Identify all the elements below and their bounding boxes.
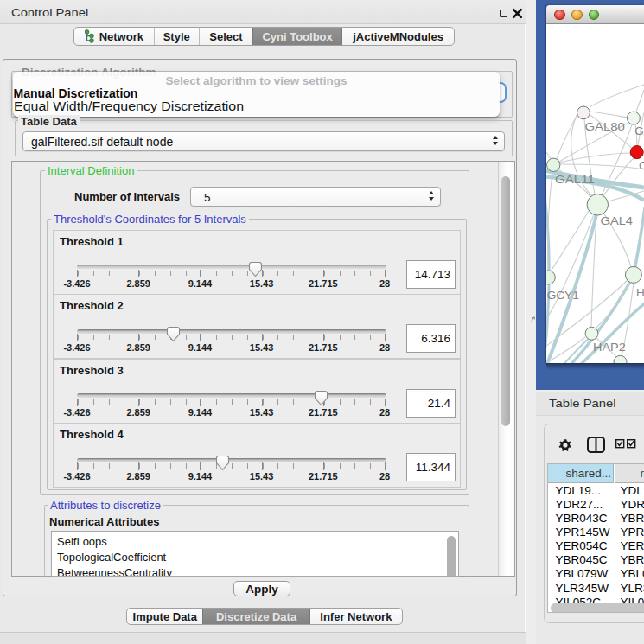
svg-text:GAL: GAL	[634, 124, 644, 137]
svg-text:CY: CY	[639, 159, 644, 172]
svg-text:GCY1: GCY1	[547, 289, 579, 302]
svg-text:HAP2: HAP2	[593, 341, 626, 354]
svg-text:H: H	[636, 286, 644, 299]
svg-text:GAL11: GAL11	[555, 173, 595, 186]
svg-text:GAL80: GAL80	[584, 120, 625, 133]
svg-text:GAL4: GAL4	[601, 214, 634, 227]
